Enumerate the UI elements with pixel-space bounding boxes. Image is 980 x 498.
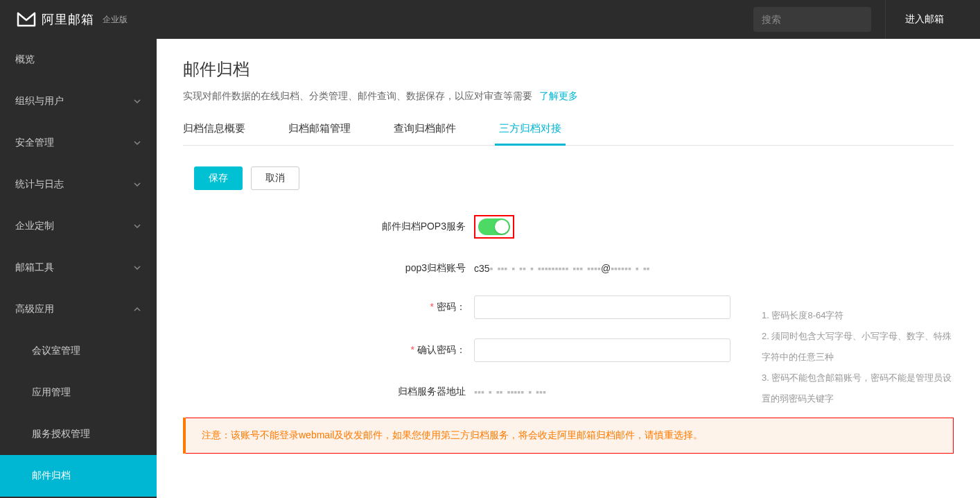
warning-box: 注意：该账号不能登录webmail及收发邮件，如果您使用第三方归档服务，将会收走… [183,418,954,454]
server-addr-label: 归档服务器地址 [183,386,474,398]
sidebar-item-advanced-apps[interactable]: 高级应用 [0,289,157,330]
tab-query-archive-mail[interactable]: 查询归档邮件 [394,122,456,145]
page-desc: 实现对邮件数据的在线归档、分类管理、邮件查询、数据保存，以应对审查等需要 了解更… [183,90,954,103]
chevron-down-icon [133,97,141,105]
sidebar-item-mail-tools[interactable]: 邮箱工具 [0,247,157,289]
password-hints: 1. 密码长度8-64字符 2. 须同时包含大写字母、小写字母、数字、特殊字符中… [762,305,954,409]
sidebar-item-company-custom[interactable]: 企业定制 [0,205,157,247]
enter-mail-link[interactable]: 进入邮箱 [885,0,963,39]
sidebar-subitem-meeting-room[interactable]: 会议室管理 [0,330,157,372]
sidebar-subitem-app-mgmt[interactable]: 应用管理 [0,372,157,413]
sidebar: 概览 组织与用户 安全管理 统计与日志 企业定制 邮箱工具 高级应用 会议室管理 [0,39,157,498]
confirm-password-label: *确认密码： [183,344,474,357]
confirm-password-input[interactable] [474,338,730,362]
sidebar-subitem-mail-archive[interactable]: 邮件归档 [0,455,157,497]
top-header: 阿里邮箱 企业版 进入邮箱 [0,0,980,39]
logo-icon [17,12,36,27]
form-section: 邮件归档POP3服务 pop3归档账号 c35▪ ▪▪▪ ▪ ▪▪ ▪ ▪▪▪▪… [183,215,954,398]
pop3-service-label: 邮件归档POP3服务 [183,221,474,233]
sidebar-item-label: 企业定制 [15,220,54,232]
password-label: *密码： [183,301,474,314]
sidebar-item-label: 组织与用户 [15,95,64,108]
search-input[interactable] [762,14,883,25]
pop3-account-value: c35▪ ▪▪▪ ▪ ▪▪ ▪ ▪▪▪▪▪▪▪▪▪ ▪▪▪ ▪▪▪▪@▪▪▪▪▪… [474,263,954,274]
form-row-pop3-account: pop3归档账号 c35▪ ▪▪▪ ▪ ▪▪ ▪ ▪▪▪▪▪▪▪▪▪ ▪▪▪ ▪… [183,262,954,275]
sidebar-item-org-users[interactable]: 组织与用户 [0,80,157,122]
header-right: 进入邮箱 [753,0,963,39]
tab-archive-mailbox-mgmt[interactable]: 归档邮箱管理 [288,122,351,145]
toggle-knob [495,220,509,234]
sidebar-subitem-label: 服务授权管理 [32,428,90,440]
learn-more-link[interactable]: 了解更多 [539,90,578,101]
sidebar-subitem-label: 应用管理 [32,386,71,399]
chevron-down-icon [133,180,141,189]
sidebar-item-label: 概览 [15,53,35,66]
masked-chars: ▪▪▪▪▪▪ ▪ ▪▪ [611,263,649,274]
edition-badge: 企业版 [103,14,128,26]
logo: 阿里邮箱 企业版 [17,11,128,28]
search-box[interactable] [753,7,871,32]
sidebar-subitem-label: 邮件归档 [32,470,71,482]
save-button[interactable]: 保存 [194,166,243,190]
chevron-down-icon [133,222,141,230]
brand-text: 阿里邮箱 [42,11,94,28]
warning-text: 注意：该账号不能登录webmail及收发邮件，如果您使用第三方归档服务，将会收走… [202,429,939,442]
tab-archive-summary[interactable]: 归档信息概要 [183,122,245,145]
cancel-button[interactable]: 取消 [251,166,299,190]
sidebar-item-label: 邮箱工具 [15,261,54,274]
hint-3: 3. 密码不能包含邮箱账号，密码不能是管理员设置的弱密码关键字 [762,368,954,409]
chevron-down-icon [133,264,141,272]
sidebar-subitem-service-auth[interactable]: 服务授权管理 [0,413,157,455]
sidebar-item-label: 统计与日志 [15,178,64,191]
tab-third-party-archive[interactable]: 三方归档对接 [499,122,561,145]
sidebar-item-security[interactable]: 安全管理 [0,122,157,164]
pop3-service-toggle[interactable] [478,218,510,235]
hint-1: 1. 密码长度8-64字符 [762,305,954,326]
masked-chars: ▪ ▪▪▪ ▪ ▪▪ ▪ ▪▪▪▪▪▪▪▪▪ ▪▪▪ ▪▪▪▪ [490,263,601,274]
page-title: 邮件归档 [183,58,954,80]
password-input[interactable] [474,295,730,319]
form-row-pop3-service: 邮件归档POP3服务 [183,215,954,239]
main-content: 邮件归档 实现对邮件数据的在线归档、分类管理、邮件查询、数据保存，以应对审查等需… [157,39,980,498]
sidebar-subitem-label: 会议室管理 [32,345,80,357]
tabs: 归档信息概要 归档邮箱管理 查询归档邮件 三方归档对接 [183,122,954,146]
masked-chars: ▪▪▪ ▪ ▪▪ ▪▪▪▪▪ ▪ ▪▪▪ [474,386,546,397]
sidebar-item-label: 安全管理 [15,137,54,149]
chevron-down-icon [133,139,141,147]
toggle-highlight [474,215,514,239]
chevron-up-icon [133,305,141,314]
sidebar-item-stats-logs[interactable]: 统计与日志 [0,164,157,205]
sidebar-item-overview[interactable]: 概览 [0,39,157,80]
hint-2: 2. 须同时包含大写字母、小写字母、数字、特殊字符中的任意三种 [762,326,954,368]
page-desc-text: 实现对邮件数据的在线归档、分类管理、邮件查询、数据保存，以应对审查等需要 [183,90,532,101]
pop3-account-label: pop3归档账号 [183,262,474,275]
sidebar-item-label: 高级应用 [15,303,54,316]
action-bar: 保存 取消 [194,166,954,190]
